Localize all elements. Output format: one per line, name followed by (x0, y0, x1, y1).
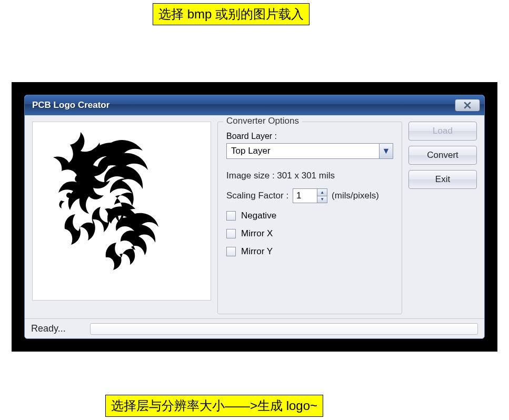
lion-logo-icon (53, 132, 190, 290)
mirrory-label: Mirror Y (241, 246, 273, 257)
board-layer-select[interactable]: Top Layer ▼ (226, 143, 393, 159)
chevron-down-icon[interactable]: ▼ (379, 144, 393, 158)
load-button[interactable]: Load (408, 122, 477, 141)
mirrory-checkbox[interactable] (226, 247, 236, 256)
app-window: PCB Logo Creator (24, 95, 485, 339)
status-bar: Ready... (25, 318, 484, 338)
scaling-spinner[interactable]: ▲ ▼ (293, 188, 327, 203)
scaling-row: Scaling Factor : ▲ ▼ (mils/pixels) (226, 188, 393, 203)
mirrorx-checkbox-row: Mirror X (226, 228, 393, 239)
progress-bar (90, 323, 478, 335)
screenshot-frame: PCB Logo Creator (12, 82, 497, 352)
scaling-input[interactable] (293, 188, 317, 203)
image-size-text: Image size : 301 x 301 mils (226, 171, 393, 181)
negative-label: Negative (241, 211, 276, 221)
options-legend: Converter Options (223, 116, 302, 126)
titlebar[interactable]: PCB Logo Creator (25, 95, 484, 115)
status-text: Ready... (31, 323, 84, 334)
convert-button[interactable]: Convert (408, 146, 477, 165)
board-layer-label: Board Layer : (226, 132, 393, 141)
spinner-down-icon[interactable]: ▼ (317, 196, 327, 204)
exit-button[interactable]: Exit (408, 170, 477, 189)
image-preview (32, 122, 211, 301)
mirrorx-checkbox[interactable] (226, 229, 236, 238)
scaling-label: Scaling Factor : (226, 191, 288, 201)
mirrory-checkbox-row: Mirror Y (226, 246, 393, 257)
side-buttons: Load Convert Exit (408, 122, 477, 314)
close-icon (464, 102, 471, 109)
negative-checkbox[interactable] (226, 211, 236, 221)
spinner-up-icon[interactable]: ▲ (317, 188, 327, 196)
board-layer-value: Top Layer (227, 144, 379, 158)
converter-options-group: Converter Options Board Layer : Top Laye… (217, 122, 402, 314)
close-button[interactable] (455, 99, 480, 112)
scaling-unit: (mils/pixels) (332, 191, 379, 201)
negative-checkbox-row: Negative (226, 211, 393, 221)
annotation-bottom: 选择层与分辨率大小——>生成 logo~ (105, 395, 323, 417)
svg-point-0 (66, 193, 72, 198)
mirrorx-label: Mirror X (241, 228, 273, 239)
annotation-top: 选择 bmp 或别的图片载入 (153, 3, 310, 25)
client-area: Converter Options Board Layer : Top Laye… (25, 115, 484, 318)
window-title: PCB Logo Creator (32, 100, 109, 111)
